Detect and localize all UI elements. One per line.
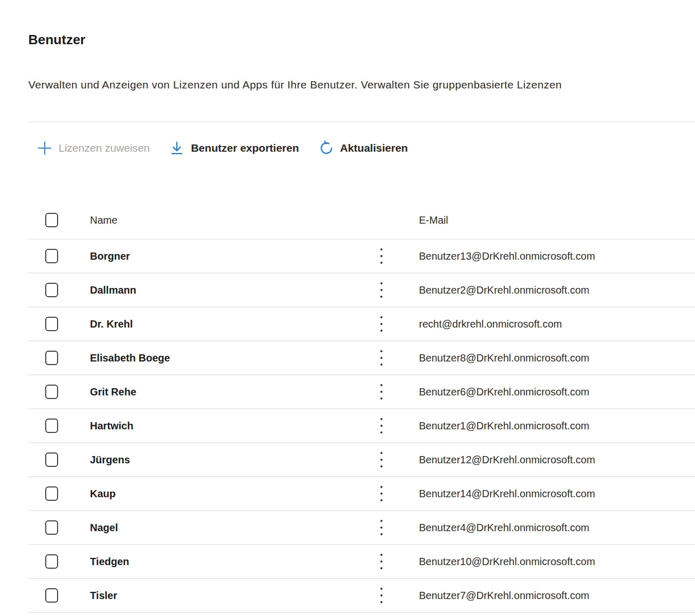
assign-licenses-button[interactable]: Lizenzen zuweisen	[37, 140, 150, 156]
more-vertical-icon[interactable]	[379, 281, 383, 299]
user-email: Benutzer13@DrKrehl.onmicrosoft.com	[402, 250, 695, 262]
more-vertical-icon[interactable]	[379, 553, 383, 570]
user-name: Dr. Krehl	[90, 318, 361, 330]
table-row[interactable]: Jürgens Benutzer12@DrKrehl.onmicrosoft.c…	[28, 443, 695, 477]
select-all-checkbox[interactable]	[45, 213, 58, 227]
user-name: Nagel	[90, 522, 361, 534]
column-header-name[interactable]: Name	[90, 214, 361, 226]
more-vertical-icon[interactable]	[379, 349, 383, 367]
row-checkbox[interactable]	[45, 520, 58, 535]
user-name: Grit Rehe	[90, 386, 361, 398]
user-name: Borgner	[90, 250, 361, 262]
user-email: Benutzer2@DrKrehl.onmicrosoft.com	[402, 284, 695, 296]
more-vertical-icon[interactable]	[379, 519, 383, 536]
user-name: Elisabeth Boege	[90, 352, 361, 364]
user-name: Tiedgen	[90, 556, 361, 568]
plus-icon	[37, 140, 52, 156]
column-header-email[interactable]: E-Mail	[402, 214, 695, 226]
row-checkbox[interactable]	[45, 249, 58, 263]
user-email: Benutzer4@DrKrehl.onmicrosoft.com	[402, 522, 695, 534]
user-name: Kaup	[90, 488, 361, 500]
command-bar: Lizenzen zuweisen Benutzer exportieren	[28, 135, 695, 161]
user-name: Jürgens	[90, 454, 361, 466]
table-row[interactable]: Dr. Krehl recht@drkrehl.onmicrosoft.com	[28, 307, 695, 341]
user-name: Dallmann	[90, 284, 361, 296]
table-row[interactable]: Tisler Benutzer7@DrKrehl.onmicrosoft.com	[28, 579, 695, 613]
row-checkbox[interactable]	[45, 554, 58, 569]
export-users-label: Benutzer exportieren	[191, 142, 299, 154]
download-icon	[169, 140, 185, 156]
user-email: Benutzer7@DrKrehl.onmicrosoft.com	[402, 590, 695, 602]
table-row[interactable]: Grit Rehe Benutzer6@DrKrehl.onmicrosoft.…	[28, 375, 695, 409]
user-name: Tisler	[90, 590, 361, 602]
row-checkbox[interactable]	[45, 283, 58, 297]
toolbar-divider	[28, 121, 695, 122]
page-description: Verwalten und Anzeigen von Lizenzen und …	[28, 77, 695, 93]
assign-licenses-label: Lizenzen zuweisen	[59, 142, 150, 154]
more-vertical-icon[interactable]	[379, 485, 383, 502]
row-checkbox[interactable]	[45, 317, 58, 331]
row-checkbox[interactable]	[45, 486, 58, 501]
table-row[interactable]: Dallmann Benutzer2@DrKrehl.onmicrosoft.c…	[28, 274, 695, 307]
table-row[interactable]: Hartwich Benutzer1@DrKrehl.onmicrosoft.c…	[28, 409, 695, 443]
users-license-page: Benutzer Verwalten und Anzeigen von Lize…	[0, 31, 695, 616]
export-users-button[interactable]: Benutzer exportieren	[169, 140, 299, 156]
table-row[interactable]: Kaup Benutzer14@DrKrehl.onmicrosoft.com	[28, 477, 695, 511]
user-email: Benutzer10@DrKrehl.onmicrosoft.com	[402, 556, 695, 568]
more-vertical-icon[interactable]	[379, 451, 383, 468]
row-checkbox[interactable]	[45, 452, 58, 467]
user-email: recht@drkrehl.onmicrosoft.com	[402, 318, 695, 330]
table-row[interactable]: Elisabeth Boege Benutzer8@DrKrehl.onmicr…	[28, 341, 695, 375]
user-email: Benutzer6@DrKrehl.onmicrosoft.com	[402, 386, 695, 398]
table-row[interactable]: Tiedgen Benutzer10@DrKrehl.onmicrosoft.c…	[28, 545, 695, 579]
user-email: Benutzer1@DrKrehl.onmicrosoft.com	[402, 420, 695, 432]
row-checkbox[interactable]	[45, 588, 58, 603]
row-checkbox[interactable]	[45, 419, 58, 433]
table-row[interactable]: Borgner Benutzer13@DrKrehl.onmicrosoft.c…	[28, 240, 695, 274]
more-vertical-icon[interactable]	[379, 383, 383, 401]
refresh-label: Aktualisieren	[340, 142, 408, 154]
user-email: Benutzer8@DrKrehl.onmicrosoft.com	[402, 352, 695, 364]
user-email: Benutzer12@DrKrehl.onmicrosoft.com	[402, 454, 695, 466]
more-vertical-icon[interactable]	[379, 587, 383, 604]
more-vertical-icon[interactable]	[379, 315, 383, 333]
page-title: Benutzer	[28, 31, 695, 48]
row-checkbox[interactable]	[45, 351, 58, 365]
more-vertical-icon[interactable]	[379, 417, 383, 434]
table-header-row: Name E-Mail	[28, 202, 695, 240]
row-checkbox[interactable]	[45, 385, 58, 399]
user-name: Hartwich	[90, 420, 361, 432]
refresh-button[interactable]: Aktualisieren	[319, 140, 408, 156]
user-email: Benutzer14@DrKrehl.onmicrosoft.com	[402, 488, 695, 500]
user-table-body: Borgner Benutzer13@DrKrehl.onmicrosoft.c…	[28, 240, 695, 613]
table-row[interactable]: Nagel Benutzer4@DrKrehl.onmicrosoft.com	[28, 511, 695, 545]
refresh-icon	[319, 140, 334, 156]
more-vertical-icon[interactable]	[379, 247, 383, 265]
